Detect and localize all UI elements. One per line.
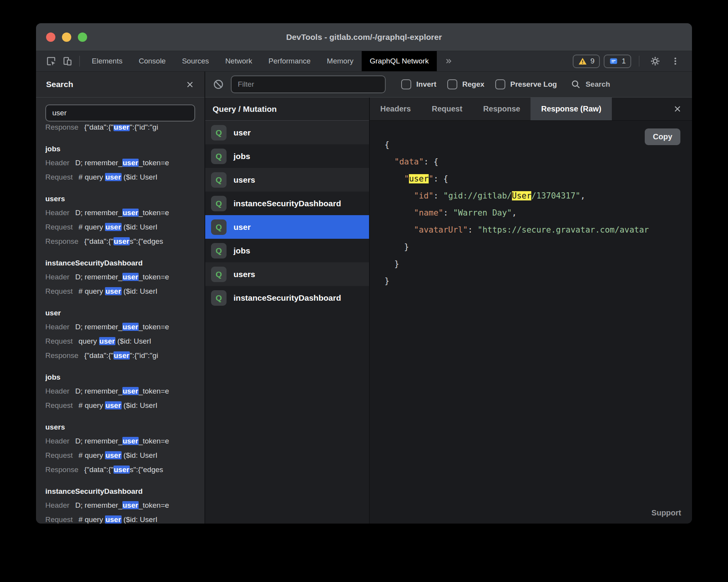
tab-elements[interactable]: Elements: [84, 51, 130, 71]
search-result-text: {"data":{": [84, 351, 113, 359]
search-result-line: Response{"data":{"user":{"id":"gi: [45, 125, 195, 134]
query-row-label: jobs: [234, 246, 250, 255]
search-panel: Search Response{"data":{"user":{"id":"gi…: [36, 72, 205, 524]
search-result-text: D; remember_: [75, 437, 122, 445]
filter-option-invert[interactable]: Invert: [401, 79, 436, 89]
clear-icon[interactable]: [213, 79, 224, 90]
search-input[interactable]: [45, 104, 195, 122]
search-result-title: users: [45, 421, 195, 434]
query-row-jobs[interactable]: Qjobs: [205, 239, 369, 262]
search-result-line: HeaderD; remember_user_token=e: [45, 434, 195, 448]
filter-input[interactable]: [231, 75, 386, 93]
search-result-line: Request# query user ($id: UserI: [45, 512, 195, 524]
json-line: "data": {: [385, 153, 692, 170]
close-detail-icon[interactable]: [673, 104, 682, 113]
search-result-line: Response{"data":{"users":{"edges: [45, 462, 195, 477]
network-search-toggle[interactable]: Search: [571, 79, 610, 89]
search-match-highlight: user: [113, 351, 130, 359]
json-token: :: [443, 208, 453, 217]
toolbar-left: [36, 51, 84, 71]
query-row-instancesecuritydashboard[interactable]: QinstanceSecurityDashboard: [205, 192, 369, 215]
search-match-highlight: user: [122, 209, 139, 217]
json-token: [385, 225, 414, 235]
search-result-group[interactable]: jobsHeaderD; remember_user_token=eReques…: [45, 142, 195, 184]
detail-tab-headers[interactable]: Headers: [370, 98, 421, 120]
tab-graphql-network[interactable]: GraphQL Network: [362, 51, 437, 71]
checkbox-invert[interactable]: [401, 79, 411, 89]
search-result-group[interactable]: jobsHeaderD; remember_user_token=eReques…: [45, 371, 195, 413]
search-result-text: _token=e: [139, 323, 169, 331]
minimize-window-button[interactable]: [62, 33, 71, 42]
zoom-window-button[interactable]: [78, 33, 87, 42]
response-raw-view: Copy { "data": { "user": { "id": "gid://…: [370, 121, 692, 524]
query-type-badge: Q: [211, 219, 227, 235]
search-result-field-label: Header: [45, 323, 69, 331]
search-result-group[interactable]: userHeaderD; remember_user_token=eReques…: [45, 306, 195, 363]
query-row-label: user: [234, 223, 251, 232]
gear-icon[interactable]: [647, 51, 663, 71]
json-token: [385, 191, 414, 200]
search-result-text: # query: [79, 287, 105, 295]
warnings-badge[interactable]: 9: [573, 55, 600, 68]
filter-option-regex[interactable]: Regex: [447, 79, 484, 89]
search-panel-header: Search: [36, 72, 204, 98]
search-result-field-label: Request: [45, 173, 73, 181]
window-title: DevTools - gitlab.com/-/graphql-explorer: [36, 33, 692, 42]
copy-button[interactable]: Copy: [645, 128, 680, 145]
query-row-user[interactable]: Quser: [205, 121, 369, 144]
search-result-group[interactable]: Response{"data":{"user":{"id":"gi: [45, 125, 195, 134]
detail-tabs-rest: [612, 98, 692, 120]
device-toolbar-icon[interactable]: [59, 51, 76, 71]
json-line: "name": "Warren Day",: [385, 204, 692, 221]
json-token: [385, 157, 394, 166]
query-row-instancesecuritydashboard[interactable]: QinstanceSecurityDashboard: [205, 286, 369, 310]
tab-sources[interactable]: Sources: [174, 51, 217, 71]
tab-performance[interactable]: Performance: [260, 51, 319, 71]
query-type-badge: Q: [211, 196, 227, 211]
kebab-menu-icon[interactable]: [667, 51, 683, 71]
search-result-line: HeaderD; remember_user_token=e: [45, 156, 195, 170]
query-row-users[interactable]: Qusers: [205, 168, 369, 192]
support-link[interactable]: Support: [651, 508, 681, 517]
search-result-text: _token=e: [139, 209, 169, 217]
search-result-group[interactable]: instanceSecurityDashboardHeaderD; rememb…: [45, 485, 195, 524]
search-match-highlight: user: [105, 451, 121, 459]
json-token: /13704317": [531, 191, 580, 200]
inspect-element-icon[interactable]: [43, 51, 59, 71]
toolbar-right: 9 1: [573, 51, 692, 71]
query-row-jobs[interactable]: Qjobs: [205, 144, 369, 168]
search-result-line: Requestquery user ($id: UserI: [45, 334, 195, 348]
detail-tab-response-raw[interactable]: Response (Raw): [531, 98, 612, 120]
more-tabs-icon[interactable]: [437, 51, 460, 71]
search-panel-title: Search: [46, 80, 73, 89]
json-token: "id": [414, 191, 434, 200]
json-token: "gid://gitlab/: [443, 191, 512, 200]
query-list-panel: Query / Mutation QuserQjobsQusersQinstan…: [205, 98, 370, 524]
query-row-user[interactable]: Quser: [205, 215, 369, 239]
query-row-label: users: [234, 270, 255, 279]
query-row-users[interactable]: Qusers: [205, 262, 369, 286]
search-result-group[interactable]: instanceSecurityDashboardHeaderD; rememb…: [45, 257, 195, 298]
messages-badge[interactable]: 1: [604, 55, 631, 68]
checkbox-preserve-log[interactable]: [495, 79, 505, 89]
warning-count: 9: [591, 57, 595, 65]
close-search-icon[interactable]: [185, 80, 194, 89]
detail-tab-response[interactable]: Response: [473, 98, 531, 120]
query-row-label: users: [234, 175, 255, 185]
search-result-title: instanceSecurityDashboard: [45, 485, 195, 498]
search-result-text: ($id: UserI: [122, 515, 158, 524]
search-match-highlight: user: [99, 337, 115, 345]
search-result-group[interactable]: usersHeaderD; remember_user_token=eReque…: [45, 421, 195, 477]
json-token: : {: [433, 174, 448, 183]
search-result-field-label: Request: [45, 515, 73, 524]
filter-option-preserve-log[interactable]: Preserve Log: [495, 79, 557, 89]
search-result-group[interactable]: usersHeaderD; remember_user_token=eReque…: [45, 192, 195, 248]
checkbox-regex[interactable]: [447, 79, 457, 89]
tab-console[interactable]: Console: [130, 51, 174, 71]
search-result-text: {"data":{": [84, 237, 113, 245]
detail-tab-request[interactable]: Request: [421, 98, 473, 120]
tab-memory[interactable]: Memory: [319, 51, 362, 71]
close-window-button[interactable]: [46, 33, 55, 42]
tab-network[interactable]: Network: [217, 51, 261, 71]
json-line: "id": "gid://gitlab/User/13704317",: [385, 187, 692, 204]
